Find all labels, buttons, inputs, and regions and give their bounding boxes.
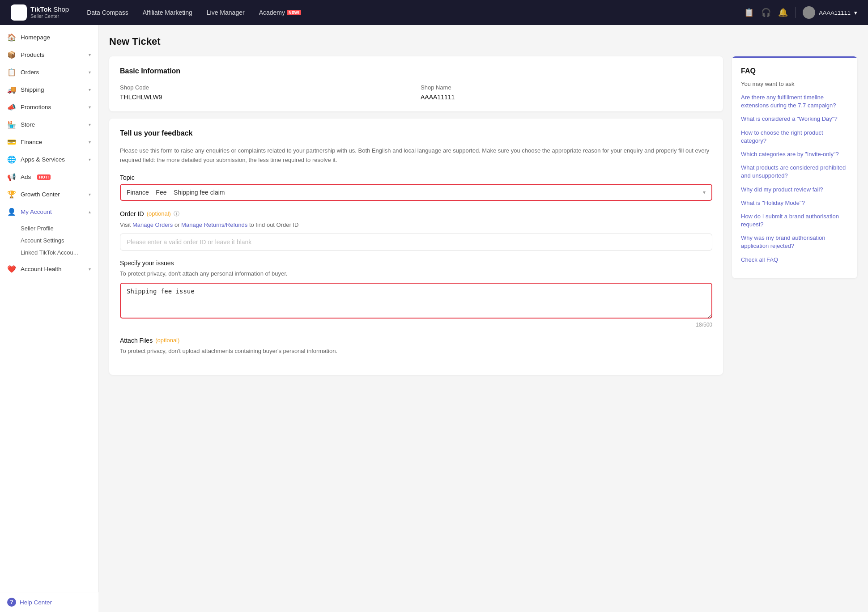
faq-link-2[interactable]: How to choose the right product category… [741, 129, 848, 145]
sidebar-label-store: Store [21, 121, 35, 128]
order-id-label: Order ID (optional) ⓘ [120, 210, 712, 218]
attach-files-group: Attach Files (optional) To protect priva… [120, 337, 712, 356]
nav-right-actions: 📋 🎧 🔔 AAAA11111 ▾ [744, 6, 857, 19]
my-account-submenu: Seller Profile Account Settings Linked T… [0, 221, 98, 260]
user-menu[interactable]: AAAA11111 ▾ [803, 6, 857, 19]
sidebar-item-homepage[interactable]: 🏠 Homepage [0, 29, 98, 46]
nav-live-manager[interactable]: Live Manager [207, 9, 245, 16]
bell-icon[interactable]: 🔔 [778, 8, 788, 17]
home-icon: 🏠 [7, 33, 16, 42]
chevron-down-icon: ▾ [854, 9, 857, 16]
faq-subtitle: You may want to ask [741, 81, 848, 87]
order-id-group: Order ID (optional) ⓘ Visit Manage Order… [120, 210, 712, 251]
issues-textarea[interactable]: Shipping fee issue [120, 283, 712, 319]
logo-text: TikTok Shop Seller Center [30, 5, 69, 19]
shop-name-field: Shop Name AAAA11111 [421, 84, 712, 101]
shop-code-label: Shop Code [120, 84, 412, 91]
manage-returns-link[interactable]: Manage Returns/Refunds [181, 221, 247, 228]
sidebar-item-products[interactable]: 📦 Products ▾ [0, 46, 98, 64]
chevron-health-icon: ▾ [89, 267, 91, 272]
topic-select[interactable]: Finance – Fee – Shipping fee claim ▾ [120, 184, 712, 201]
sidebar-label-shipping: Shipping [21, 86, 44, 93]
chevron-orders-icon: ▾ [89, 70, 91, 75]
new-badge: NEW! [287, 10, 301, 15]
chevron-promotions-icon: ▾ [89, 105, 91, 110]
faq-link-7[interactable]: How do I submit a brand authorisation re… [741, 212, 848, 229]
check-all-faq-link[interactable]: Check all FAQ [741, 256, 848, 264]
sidebar-item-account-health[interactable]: ❤️ Account Health ▾ [0, 260, 98, 278]
sidebar-label-orders: Orders [21, 69, 39, 76]
faq-card: FAQ You may want to ask Are there any fu… [732, 56, 857, 278]
chevron-shipping-icon: ▾ [89, 87, 91, 92]
logo[interactable]: TikTok Shop Seller Center [11, 4, 69, 21]
nav-academy[interactable]: Academy NEW! [259, 9, 301, 16]
manage-orders-link[interactable]: Manage Orders [132, 221, 173, 228]
sidebar-label-products: Products [21, 51, 44, 58]
issues-description: To protect privacy, don't attach any per… [120, 269, 712, 278]
sidebar-label-growth-center: Growth Center [21, 191, 60, 198]
chevron-growth-icon: ▾ [89, 192, 91, 197]
order-id-optional: (optional) [147, 210, 171, 217]
char-count: 18/500 [120, 322, 712, 328]
faq-link-3[interactable]: Which categories are by "Invite-only"? [741, 150, 848, 158]
sidebar: 🏠 Homepage 📦 Products ▾ 📋 Orders ▾ 🚚 Shi… [0, 25, 98, 612]
sidebar-sub-seller-profile[interactable]: Seller Profile [21, 222, 98, 234]
headphone-icon[interactable]: 🎧 [761, 8, 771, 17]
help-icon: ? [7, 598, 16, 607]
order-id-input[interactable] [120, 234, 712, 251]
faq-link-6[interactable]: What is "Holiday Mode"? [741, 199, 848, 207]
issues-label: Specify your issues [120, 259, 712, 267]
clipboard-icon[interactable]: 📋 [744, 8, 754, 17]
sidebar-item-apps-services[interactable]: 🌐 Apps & Services ▾ [0, 151, 98, 168]
basic-info-card: Basic Information Shop Code THLCHLWLW9 S… [109, 56, 723, 111]
nav-data-compass[interactable]: Data Compass [87, 9, 128, 16]
feedback-card: Tell us your feedback Please use this fo… [109, 119, 723, 375]
health-icon: ❤️ [7, 265, 16, 273]
faq-link-1[interactable]: What is considered a "Working Day"? [741, 115, 848, 123]
sidebar-sub-linked-tiktok[interactable]: Linked TikTok Accou... [21, 246, 98, 259]
apps-icon: 🌐 [7, 155, 16, 164]
form-area: Basic Information Shop Code THLCHLWLW9 S… [109, 56, 723, 382]
order-id-description: Visit Manage Orders or Manage Returns/Re… [120, 221, 712, 230]
sidebar-item-promotions[interactable]: 📣 Promotions ▾ [0, 98, 98, 116]
orders-icon: 📋 [7, 68, 16, 76]
issues-group: Specify your issues To protect privacy, … [120, 259, 712, 328]
sidebar-label-finance: Finance [21, 139, 42, 145]
nav-affiliate-marketing[interactable]: Affiliate Marketing [143, 9, 192, 16]
shop-name-value: AAAA11111 [421, 94, 712, 101]
help-center-button[interactable]: ? Help Center [7, 598, 91, 607]
sidebar-item-shipping[interactable]: 🚚 Shipping ▾ [0, 81, 98, 98]
feedback-title: Tell us your feedback [120, 129, 712, 137]
sidebar-item-my-account[interactable]: 👤 My Account ▴ [0, 203, 98, 221]
tiktok-logo-icon [11, 4, 27, 21]
sidebar-item-store[interactable]: 🏪 Store ▾ [0, 116, 98, 133]
faq-link-8[interactable]: Why was my brand authorisation applicati… [741, 234, 848, 250]
shipping-icon: 🚚 [7, 85, 16, 94]
hot-badge: HOT! [37, 174, 51, 180]
sidebar-sub-account-settings[interactable]: Account Settings [21, 234, 98, 246]
topic-group: Topic Finance – Fee – Shipping fee claim… [120, 174, 712, 201]
sidebar-item-ads[interactable]: 📢 Ads HOT! [0, 168, 98, 186]
topic-select-value: Finance – Fee – Shipping fee claim [127, 189, 225, 196]
basic-info-title: Basic Information [120, 67, 712, 75]
sidebar-label-homepage: Homepage [21, 34, 50, 41]
sidebar-item-orders[interactable]: 📋 Orders ▾ [0, 64, 98, 81]
info-icon[interactable]: ⓘ [174, 210, 179, 218]
products-icon: 📦 [7, 51, 16, 59]
help-center-label: Help Center [20, 599, 52, 606]
faq-link-5[interactable]: Why did my product review fail? [741, 186, 848, 194]
sidebar-item-finance[interactable]: 💳 Finance ▾ [0, 133, 98, 151]
faq-content: FAQ You may want to ask Are there any fu… [732, 58, 857, 278]
chevron-store-icon: ▾ [89, 122, 91, 127]
top-navigation: TikTok Shop Seller Center Data Compass A… [0, 0, 868, 25]
faq-link-0[interactable]: Are there any fulfillment timeline exten… [741, 94, 848, 110]
attach-files-label: Attach Files (optional) [120, 337, 712, 344]
sidebar-item-growth-center[interactable]: 🏆 Growth Center ▾ [0, 186, 98, 203]
faq-title: FAQ [741, 67, 848, 75]
sidebar-label-account-health: Account Health [21, 266, 62, 272]
chevron-account-icon: ▴ [89, 209, 91, 214]
chevron-finance-icon: ▾ [89, 140, 91, 144]
shop-name-label: Shop Name [421, 84, 712, 91]
attach-optional: (optional) [155, 337, 179, 344]
faq-link-4[interactable]: What products are considered prohibited … [741, 164, 848, 180]
